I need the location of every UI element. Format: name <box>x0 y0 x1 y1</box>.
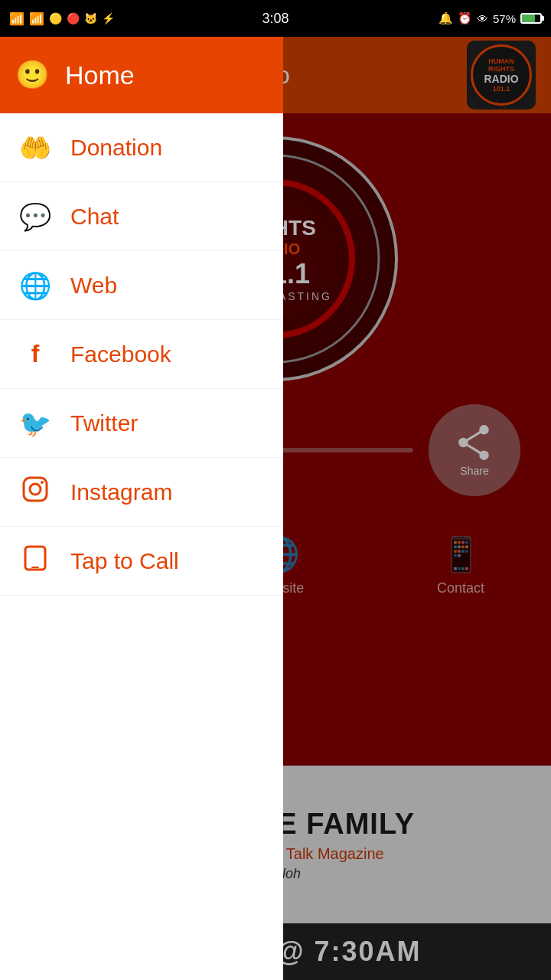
svg-rect-7 <box>24 478 47 501</box>
drawer-instagram-icon <box>18 476 52 508</box>
eye-icon: 👁 <box>477 12 488 25</box>
drawer-instagram-label: Instagram <box>70 479 172 505</box>
drawer-item-instagram[interactable]: Instagram <box>0 458 283 527</box>
drawer-item-donation[interactable]: 🤲 Donation <box>0 113 283 182</box>
wifi-icon: 📶 <box>29 11 44 26</box>
drawer-twitter-label: Twitter <box>70 410 138 436</box>
drawer-item-facebook[interactable]: f Facebook <box>0 320 283 389</box>
drawer-header-home[interactable]: 🙂 Home <box>0 37 283 113</box>
svg-rect-11 <box>31 567 39 568</box>
battery-icon <box>520 13 542 24</box>
drawer-twitter-icon: 🐦 <box>18 408 52 439</box>
svg-point-8 <box>30 484 41 495</box>
drawer-facebook-icon: f <box>18 340 52 368</box>
status-time: 3:08 <box>262 11 289 27</box>
drawer-web-label: Web <box>70 273 117 299</box>
drawer-call-icon <box>18 545 52 577</box>
app-icon-1: 🟡 <box>49 12 62 24</box>
drawer-donation-icon: 🤲 <box>18 132 52 163</box>
app-icon-2: 🔴 <box>67 12 80 24</box>
svg-rect-10 <box>25 547 45 570</box>
status-left: 📶 📶 🟡 🔴 🐱 ⚡ <box>9 11 115 26</box>
usb-icon: ⚡ <box>102 12 115 24</box>
notification-icon: 🔔 <box>439 11 453 25</box>
alarm-icon: ⏰ <box>458 11 472 25</box>
drawer-donation-label: Donation <box>70 135 162 161</box>
drawer-item-twitter[interactable]: 🐦 Twitter <box>0 389 283 458</box>
status-bar: 📶 📶 🟡 🔴 🐱 ⚡ 3:08 🔔 ⏰ 👁 57% <box>0 0 551 37</box>
drawer-chat-icon: 💬 <box>18 201 52 232</box>
drawer-facebook-label: Facebook <box>70 341 171 368</box>
drawer-item-chat[interactable]: 💬 Chat <box>0 182 283 251</box>
drawer-web-icon: 🌐 <box>18 270 52 301</box>
drawer-item-web[interactable]: 🌐 Web <box>0 251 283 320</box>
svg-point-9 <box>41 481 44 484</box>
drawer-home-label: Home <box>65 60 135 90</box>
app-icon-3: 🐱 <box>84 12 97 24</box>
drawer-item-tap-to-call[interactable]: Tap to Call <box>0 527 283 596</box>
home-emoji-icon: 🙂 <box>15 59 50 91</box>
signal-icon: 📶 <box>9 11 24 26</box>
battery-percent: 57% <box>493 12 516 25</box>
drawer-tap-to-call-label: Tap to Call <box>70 548 179 574</box>
nav-drawer: 🙂 Home 🤲 Donation 💬 Chat 🌐 Web f Faceboo… <box>0 37 283 980</box>
drawer-chat-label: Chat <box>70 204 119 230</box>
status-right: 🔔 ⏰ 👁 57% <box>439 11 542 25</box>
